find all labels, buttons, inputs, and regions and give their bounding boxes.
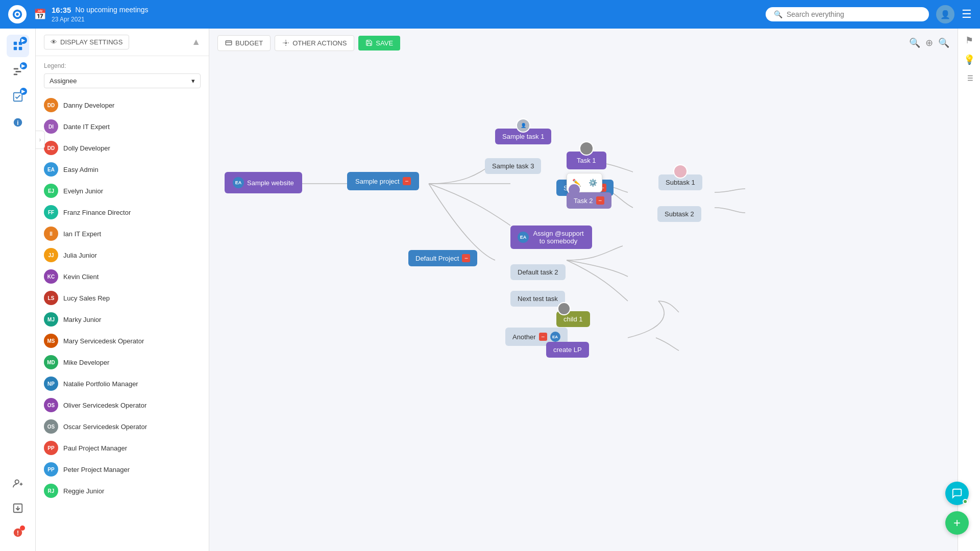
legend-avatar: PP	[44, 441, 58, 455]
legend-item: DD Dolly Developer	[44, 137, 201, 159]
legend-section: Legend: Assignee ▾ DD Danny Developer DI…	[36, 56, 209, 508]
svg-rect-3	[13, 42, 16, 45]
search-icon: 🔍	[774, 10, 782, 18]
legend-label: Legend:	[44, 62, 201, 69]
legend-name: Mary Servicedesk Operator	[63, 337, 144, 345]
connections-svg	[209, 57, 958, 551]
sidebar-item-tasks[interactable]: ▶	[7, 86, 29, 108]
child-1-node[interactable]: child 1	[556, 311, 590, 327]
legend-item: KC Kevin Client	[44, 266, 201, 287]
panel-collapse-btn[interactable]: ▲	[191, 37, 201, 47]
other-actions-btn[interactable]: OTHER ACTIONS	[275, 35, 354, 51]
legend-name: Mike Developer	[63, 359, 109, 366]
default-project-collapse[interactable]: −	[462, 254, 470, 262]
alert-icon[interactable]: !	[8, 522, 28, 543]
subtask1-avatar	[673, 164, 688, 179]
flag-icon[interactable]: ⚑	[965, 35, 973, 46]
app-logo[interactable]	[8, 5, 27, 23]
zoom-icon[interactable]: 🔍	[909, 37, 920, 48]
default-task-2-node[interactable]: Default task 2	[510, 264, 566, 280]
legend-dropdown[interactable]: Assignee ▾	[44, 73, 201, 88]
assign-avatar-ea: EA	[518, 232, 529, 243]
add-user-icon[interactable]	[8, 473, 28, 494]
task-1-node[interactable]: Task 1	[567, 152, 606, 169]
next-test-task-node[interactable]: Next test task	[510, 291, 565, 307]
legend-name: Reggie Junior	[63, 487, 104, 495]
legend-avatar: JJ	[44, 248, 58, 262]
canvas-toolbar: BUDGET OTHER ACTIONS SAVE 🔍 ⊕ 🔍	[209, 29, 958, 57]
child1-avatar	[557, 302, 571, 315]
legend-avatar: OS	[44, 398, 58, 412]
svg-rect-8	[15, 71, 21, 72]
legend-name: Julia Junior	[63, 252, 97, 259]
legend-name: Natalie Portfolio Manager	[63, 380, 138, 388]
subtask-1-node[interactable]: Subtask 1	[658, 174, 702, 190]
sidebar-item-dashboard[interactable]: ▶	[7, 35, 29, 57]
assign-support-node[interactable]: EA Assign @support to somebody	[510, 226, 592, 249]
legend-avatar: RJ	[44, 484, 58, 498]
legend-avatar: MJ	[44, 312, 58, 327]
canvas-search-icons: 🔍 ⊕ 🔍	[909, 37, 949, 48]
legend-item: PP Peter Project Manager	[44, 459, 201, 480]
sample-task-3-node[interactable]: Sample task 3	[485, 158, 541, 174]
sample-project-collapse[interactable]: −	[403, 177, 411, 185]
sample-project-node[interactable]: Sample project −	[347, 172, 419, 190]
legend-avatar: MD	[44, 355, 58, 369]
save-btn[interactable]: SAVE	[358, 36, 400, 51]
global-search[interactable]: 🔍	[766, 7, 929, 21]
task2-collapse[interactable]: −	[596, 196, 604, 205]
svg-text:i: i	[17, 119, 18, 127]
sample-task-1-node[interactable]: 👤 Sample task 1	[495, 129, 551, 144]
legend-item: DI Dante IT Expert	[44, 116, 201, 137]
display-settings-btn[interactable]: 👁 DISPLAY SETTINGS	[44, 35, 129, 49]
edit-settings-btn[interactable]: ⚙️	[585, 176, 600, 190]
legend-name: Easy Admin	[63, 166, 99, 173]
svg-rect-5	[13, 47, 16, 50]
top-header: 📅 16:35 No upcoming meetings 23 Apr 2021…	[0, 0, 980, 29]
default-project-node[interactable]: Default Project −	[408, 250, 477, 266]
bulb-icon[interactable]: 💡	[964, 54, 975, 65]
legend-avatar: EJ	[44, 184, 58, 198]
sidebar-bottom: !	[8, 473, 28, 551]
budget-btn[interactable]: BUDGET	[217, 35, 271, 51]
mind-map: EA Sample website Sample project − 👤 Sam…	[209, 57, 958, 551]
chat-online-dot	[963, 499, 968, 504]
legend-item: OS Oliver Servicedesk Operator	[44, 394, 201, 416]
sidebar-expand-btn[interactable]: ›	[36, 131, 45, 149]
another-avatar-ea: EA	[550, 332, 560, 342]
legend-item: JJ Julia Junior	[44, 244, 201, 266]
search-input[interactable]	[787, 10, 921, 18]
chat-fab[interactable]	[945, 482, 969, 505]
svg-point-13	[15, 480, 18, 484]
legend-name: Ian IT Expert	[63, 230, 101, 238]
another-collapse[interactable]: −	[539, 333, 547, 341]
subtask-2-node[interactable]: Subtask 2	[657, 206, 701, 222]
sample-website-node[interactable]: EA Sample website	[225, 172, 302, 193]
chevron-down-icon: ▾	[191, 77, 195, 85]
legend-avatar: EA	[44, 162, 58, 177]
legend-list: DD Danny Developer DI Dante IT Expert DD…	[44, 94, 201, 502]
list-icon[interactable]	[965, 73, 974, 85]
legend-item: MD Mike Developer	[44, 352, 201, 373]
add-fab[interactable]: +	[945, 511, 969, 535]
legend-avatar: KC	[44, 269, 58, 284]
svg-rect-26	[226, 41, 232, 45]
hamburger-menu[interactable]: ☰	[962, 8, 972, 21]
legend-name: Danny Developer	[63, 102, 114, 109]
legend-name: Kevin Client	[63, 273, 99, 281]
recenter-icon[interactable]: ⊕	[925, 37, 933, 48]
task-2-node[interactable]: Task 2 −	[567, 192, 611, 209]
sidebar-item-gantt[interactable]: ▶	[7, 60, 29, 83]
legend-name: Lucy Sales Rep	[63, 294, 110, 302]
legend-avatar: MS	[44, 334, 58, 348]
import-icon[interactable]	[8, 498, 28, 518]
eye-icon: 👁	[51, 38, 57, 46]
left-sidebar: ▶ ▶ ▶ i !	[0, 29, 36, 551]
zoom-out-icon[interactable]: 🔍	[938, 37, 949, 48]
user-avatar[interactable]: 👤	[936, 5, 954, 23]
task-2-container: ✏️ ⚙️ Task 2 −	[567, 192, 611, 209]
sidebar-item-info[interactable]: i	[7, 111, 29, 134]
create-lp-node[interactable]: create LP	[546, 342, 589, 358]
legend-name: Paul Project Manager	[63, 444, 127, 452]
legend-name: Franz Finance Director	[63, 209, 131, 216]
